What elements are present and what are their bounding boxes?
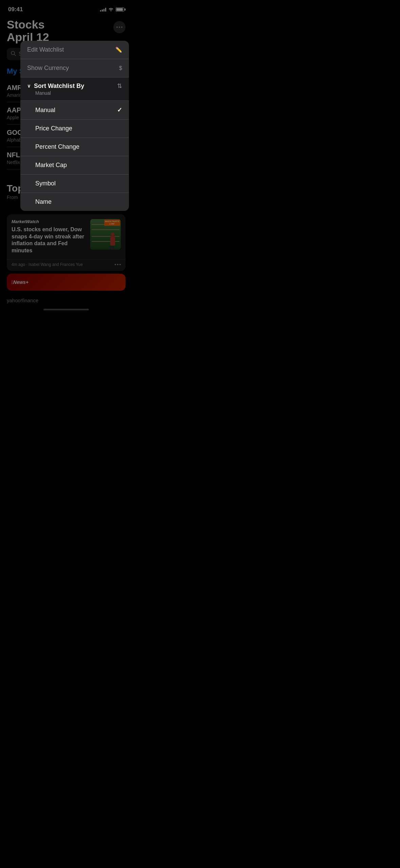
sort-option-price-change[interactable]: Price Change — [20, 120, 129, 138]
sort-option-market-cap[interactable]: Market Cap — [20, 156, 129, 175]
sort-option-name[interactable]: Name — [20, 193, 129, 211]
show-currency-item[interactable]: Show Currency $ — [20, 59, 129, 77]
sort-option-symbol[interactable]: Symbol — [20, 175, 129, 193]
sort-option-label: Symbol — [35, 180, 56, 187]
edit-watchlist-label: Edit Watchlist — [27, 46, 64, 53]
sort-option-manual[interactable]: Manual ✓ — [20, 101, 129, 120]
sort-subtitle: Manual — [27, 90, 122, 96]
dropdown-menu: Edit Watchlist ✏️ Show Currency $ ∨ Sort… — [20, 41, 129, 211]
sort-options-list: Manual ✓ Price Change Percent Change Mar… — [20, 101, 129, 211]
chevron-down-icon: ∨ — [27, 83, 31, 89]
sort-option-label: Name — [35, 198, 52, 205]
edit-watchlist-item[interactable]: Edit Watchlist ✏️ — [20, 41, 129, 59]
sort-option-label: Manual — [35, 107, 55, 114]
show-currency-label: Show Currency — [27, 65, 69, 72]
check-icon: ✓ — [117, 106, 122, 114]
sort-option-percent-change[interactable]: Percent Change — [20, 138, 129, 156]
sort-watchlist-header[interactable]: ∨ Sort Watchlist By ⇅ Manual — [20, 77, 129, 101]
edit-icon: ✏️ — [115, 47, 122, 53]
sort-option-label: Price Change — [35, 125, 72, 132]
sort-option-label: Percent Change — [35, 143, 79, 150]
currency-icon: $ — [119, 65, 122, 71]
sort-watchlist-title: Sort Watchlist By — [34, 83, 84, 90]
sort-arrows-icon: ⇅ — [117, 82, 122, 90]
sort-option-label: Market Cap — [35, 162, 67, 169]
